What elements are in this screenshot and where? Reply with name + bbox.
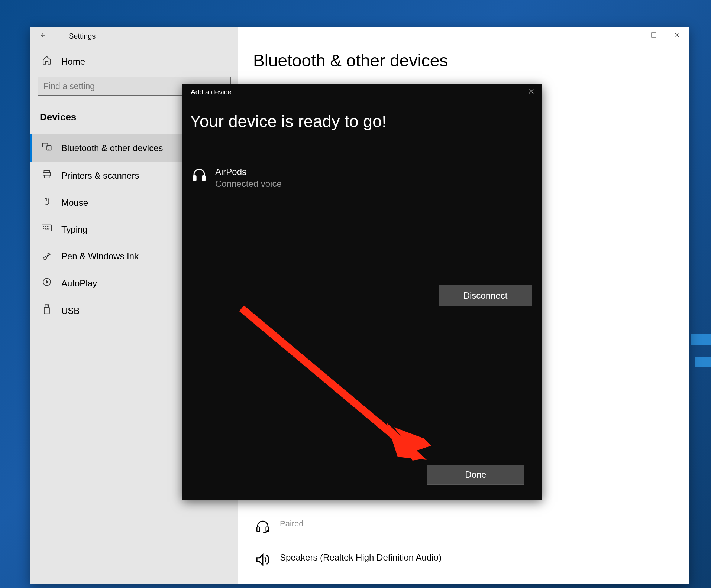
svg-rect-3 — [44, 170, 49, 172]
svg-point-16 — [49, 228, 49, 228]
desktop-background — [691, 334, 711, 345]
window-title: Settings — [69, 32, 96, 40]
svg-rect-33 — [193, 176, 196, 181]
bluetooth-devices-icon — [41, 142, 52, 155]
pen-icon — [41, 250, 52, 262]
device-name: Speakers (Realtek High Definition Audio) — [280, 552, 442, 563]
autoplay-icon — [41, 277, 52, 289]
svg-rect-34 — [203, 176, 205, 181]
sidebar-item-label: Pen & Windows Ink — [61, 251, 139, 261]
dialog-device-status: Connected voice — [215, 179, 282, 189]
nav-home[interactable]: Home — [30, 52, 238, 77]
printer-icon — [41, 169, 52, 182]
svg-rect-25 — [652, 33, 656, 37]
window-controls — [628, 32, 680, 40]
headset-icon — [254, 519, 272, 534]
svg-rect-20 — [45, 305, 48, 307]
dialog-close-button[interactable] — [528, 88, 534, 96]
sidebar-item-label: Mouse — [61, 198, 88, 208]
home-icon — [41, 55, 52, 68]
svg-rect-28 — [257, 527, 259, 532]
svg-point-11 — [47, 227, 48, 227]
sidebar-item-label: Typing — [61, 224, 88, 235]
svg-point-14 — [45, 228, 46, 228]
headphones-icon — [191, 167, 207, 182]
svg-marker-30 — [257, 555, 263, 565]
svg-point-2 — [49, 149, 49, 149]
desktop-background — [695, 357, 711, 367]
dialog-title: Add a device — [191, 88, 232, 96]
page-title: Bluetooth & other devices — [253, 51, 674, 71]
sidebar-item-label: AutoPlay — [61, 278, 97, 289]
sidebar-item-label: Bluetooth & other devices — [61, 143, 163, 153]
svg-point-12 — [49, 227, 49, 227]
back-button[interactable] — [40, 32, 46, 40]
svg-marker-19 — [46, 280, 48, 284]
svg-rect-21 — [44, 307, 49, 314]
speaker-icon — [254, 552, 272, 567]
dialog-heading: Your device is ready to go! — [182, 100, 542, 131]
svg-point-15 — [47, 228, 48, 228]
device-row[interactable]: Paired — [254, 515, 442, 549]
svg-rect-8 — [42, 225, 52, 231]
window-minimize[interactable] — [628, 32, 634, 40]
dialog-device: AirPods Connected voice — [182, 131, 542, 189]
window-close[interactable] — [674, 32, 680, 40]
device-row[interactable]: Speakers (Realtek High Definition Audio) — [254, 549, 442, 582]
device-status: Paired — [280, 519, 304, 529]
nav-home-label: Home — [61, 56, 85, 67]
svg-point-10 — [45, 227, 46, 227]
svg-point-13 — [43, 228, 44, 228]
add-device-dialog: Add a device Your device is ready to go!… — [182, 84, 542, 500]
done-button[interactable]: Done — [427, 465, 524, 485]
svg-rect-5 — [45, 175, 49, 178]
dialog-device-name: AirPods — [215, 167, 282, 177]
mouse-icon — [41, 196, 52, 209]
svg-point-9 — [43, 227, 44, 227]
disconnect-button[interactable]: Disconnect — [439, 285, 532, 306]
keyboard-icon — [41, 224, 52, 235]
usb-icon — [41, 304, 52, 317]
device-list: Paired Speakers (Realtek High Definition… — [254, 515, 442, 582]
sidebar-item-label: USB — [61, 306, 80, 316]
sidebar-item-label: Printers & scanners — [61, 170, 139, 181]
window-maximize[interactable] — [651, 32, 657, 40]
